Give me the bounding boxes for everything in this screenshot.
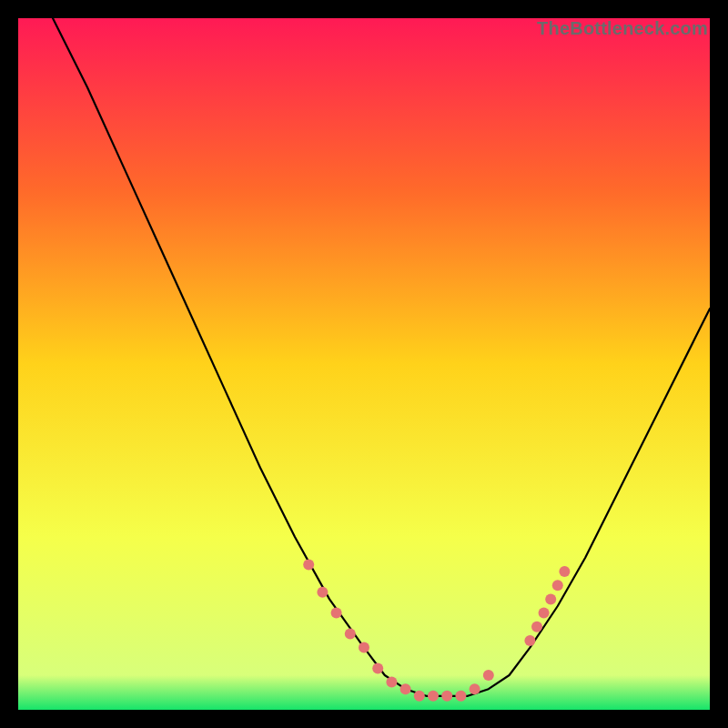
bead-marker — [539, 608, 550, 619]
bead-marker — [303, 559, 314, 570]
bead-marker — [386, 677, 397, 688]
bead-marker — [483, 670, 494, 681]
bead-marker — [441, 691, 452, 702]
bead-marker — [470, 683, 480, 694]
bead-marker — [545, 593, 556, 604]
bead-marker — [359, 642, 369, 653]
bead-marker — [331, 608, 342, 619]
bead-marker — [317, 587, 328, 598]
bead-marker — [455, 691, 466, 702]
bead-marker — [531, 622, 542, 632]
bead-marker — [345, 628, 356, 639]
bead-marker — [524, 635, 535, 646]
bottleneck-chart — [18, 18, 710, 710]
bead-marker — [552, 580, 563, 591]
bead-marker — [372, 662, 383, 673]
watermark-text: TheBottleneck.com — [537, 18, 708, 39]
chart-frame: TheBottleneck.com — [18, 18, 710, 710]
bead-marker — [428, 691, 439, 702]
bead-marker — [400, 683, 411, 694]
gradient-bg — [18, 18, 710, 710]
bead-marker — [559, 566, 570, 577]
bead-marker — [414, 691, 425, 702]
